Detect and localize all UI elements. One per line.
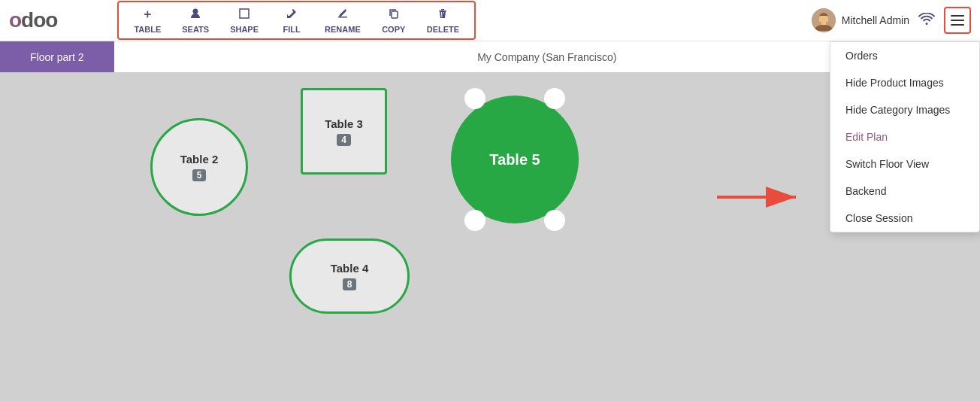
table-5-label: Table 5: [489, 150, 540, 169]
seat-dot-top-left: [464, 88, 485, 109]
seat-dot-bottom-right: [544, 210, 565, 231]
svg-rect-9: [951, 15, 964, 17]
shape-button[interactable]: SHAPE: [219, 5, 269, 37]
svg-rect-1: [240, 9, 249, 18]
header-right: Mitchell Admin: [812, 7, 971, 34]
copy-button[interactable]: COPY: [371, 5, 416, 37]
seat-dot-bottom-left: [464, 210, 485, 231]
dropdown-hide-category-images[interactable]: Hide Category Images: [830, 96, 979, 123]
dropdown-switch-floor-view[interactable]: Switch Floor View: [830, 150, 979, 178]
svg-rect-11: [951, 24, 964, 26]
table-4[interactable]: Table 4 8: [289, 238, 410, 314]
copy-icon: [388, 8, 400, 23]
delete-button[interactable]: DELETE: [416, 5, 470, 37]
table-2-label: Table 2: [180, 153, 219, 166]
svg-rect-7: [819, 18, 821, 22]
table-3[interactable]: Table 3 4: [301, 88, 387, 175]
svg-rect-6: [821, 20, 826, 25]
toolbar: ＋ TABLE SEATS SHAPE FILL RENAME: [117, 1, 476, 40]
dropdown-close-session[interactable]: Close Session: [830, 205, 979, 232]
dropdown-hide-product-images[interactable]: Hide Product Images: [830, 69, 979, 96]
fill-icon: [286, 8, 298, 23]
table-button[interactable]: ＋ TABLE: [123, 4, 171, 37]
shape-icon: [238, 8, 250, 23]
table-4-seats: 8: [343, 278, 357, 290]
delete-icon: [437, 8, 449, 23]
svg-rect-8: [826, 18, 828, 22]
table-3-seats: 4: [337, 134, 351, 146]
seats-button[interactable]: SEATS: [171, 5, 219, 37]
dropdown-edit-plan[interactable]: Edit Plan: [830, 123, 979, 150]
svg-point-0: [193, 8, 198, 14]
seat-dot-top-right: [544, 88, 565, 109]
fill-button[interactable]: FILL: [269, 5, 314, 37]
hamburger-menu-button[interactable]: [944, 7, 971, 34]
header: odoo ＋ TABLE SEATS SHAPE FILL: [0, 0, 980, 41]
arrow-indicator: [709, 177, 815, 221]
svg-rect-10: [951, 20, 964, 21]
table-3-label: Table 3: [325, 117, 363, 131]
floor-tab-part2[interactable]: Floor part 2: [0, 41, 114, 72]
table-5[interactable]: Table 5: [451, 96, 579, 223]
avatar: [812, 8, 836, 32]
rename-button[interactable]: RENAME: [314, 5, 371, 37]
wifi-icon: [918, 13, 935, 29]
user-info: Mitchell Admin: [812, 8, 909, 32]
table-2[interactable]: Table 2 5: [150, 118, 248, 216]
user-name: Mitchell Admin: [842, 14, 909, 26]
dropdown-menu: Orders Hide Product Images Hide Category…: [830, 41, 980, 232]
svg-rect-2: [392, 11, 398, 18]
rename-icon: [337, 8, 349, 23]
table-4-label: Table 4: [331, 262, 369, 275]
dropdown-orders[interactable]: Orders: [830, 42, 979, 69]
seats-icon: [189, 8, 201, 23]
table-icon: ＋: [141, 7, 153, 23]
odoo-logo: odoo: [9, 8, 57, 32]
table-2-seats: 5: [192, 169, 207, 181]
dropdown-backend[interactable]: Backend: [830, 178, 979, 205]
